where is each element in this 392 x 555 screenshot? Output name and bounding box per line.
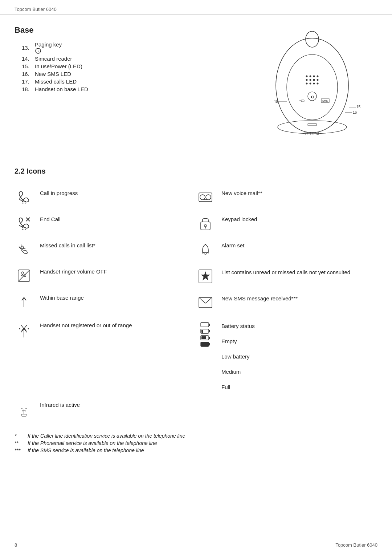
- svg-point-13: [306, 83, 308, 85]
- svg-point-40: [22, 227, 23, 228]
- battery-low-icon: [200, 329, 211, 334]
- right-col: New voice mail** Keypad locked: [196, 184, 377, 396]
- list-item: 18.Handset on base LED: [22, 86, 240, 92]
- svg-point-4: [287, 54, 338, 120]
- svg-line-49: [19, 271, 29, 281]
- svg-point-9: [306, 79, 308, 81]
- page-footer: 8 Topcom Butler 6040: [0, 542, 392, 548]
- svg-rect-79: [201, 330, 203, 333]
- svg-text:14: 14: [310, 132, 314, 136]
- list-item: 14.Simcard reader: [22, 56, 240, 62]
- svg-point-44: [24, 229, 24, 230]
- icon-row-out-of-range: Handset not registered or out of range: [15, 315, 196, 345]
- ringer-off-icon: [16, 268, 32, 284]
- top-section: Base 13. Paging key ♪ 14.Simcard reader …: [15, 25, 377, 153]
- missed-calls-label: Missed calls in call list*: [40, 242, 95, 249]
- keypad-locked-icon: [197, 215, 213, 231]
- svg-point-11: [313, 79, 315, 81]
- call-in-progress-icon: [16, 189, 32, 205]
- icon-row-battery: Battery status Empty Low battery Medium …: [196, 316, 377, 396]
- base-diagram: ●) 18 SMS 15 16 17 14: [247, 25, 377, 153]
- icon-row-voicemail: New voice mail**: [196, 184, 377, 210]
- svg-point-62: [206, 195, 211, 200]
- svg-point-6: [310, 76, 311, 77]
- svg-text:15: 15: [356, 105, 361, 109]
- base-diagram-svg: ●) 18 SMS 15 16 17 14: [254, 29, 370, 153]
- base-section: Base 13. Paging key ♪ 14.Simcard reader …: [15, 25, 240, 153]
- new-sms-label: New SMS message received***: [221, 295, 298, 302]
- call-in-progress-label: Call in progress: [40, 189, 78, 197]
- icon-row-call-in-progress: Call in progress: [15, 184, 196, 210]
- list-item: 15.In use/Power (LED): [22, 63, 240, 69]
- infrared-icon: [16, 401, 32, 417]
- svg-rect-76: [209, 324, 210, 326]
- svg-rect-82: [201, 336, 206, 339]
- svg-text:♪: ♪: [37, 49, 39, 53]
- svg-rect-32: [301, 100, 304, 102]
- svg-text:13: 13: [315, 132, 319, 136]
- icons-grid: Call in progress: [15, 184, 377, 396]
- battery-full-icon: [200, 342, 211, 347]
- icon-row-alarm: Alarm set: [196, 236, 377, 263]
- svg-point-7: [313, 76, 315, 77]
- svg-point-14: [310, 83, 311, 85]
- within-range-icon: [16, 294, 32, 310]
- svg-point-58: [19, 328, 20, 329]
- page-header: Topcom Butler 6040: [0, 0, 392, 15]
- svg-point-61: [200, 195, 205, 200]
- new-sms-icon: [197, 295, 213, 311]
- svg-point-15: [313, 83, 315, 85]
- svg-point-43: [22, 229, 23, 230]
- main-content: Base 13. Paging key ♪ 14.Simcard reader …: [0, 15, 392, 484]
- out-of-range-label: Handset not registered or out of range: [40, 320, 132, 329]
- svg-point-36: [25, 201, 26, 202]
- svg-rect-78: [209, 330, 210, 332]
- svg-rect-81: [209, 337, 210, 339]
- svg-rect-64: [201, 222, 210, 230]
- svg-text:16: 16: [353, 110, 357, 114]
- footnote-1: * If the Caller line identification serv…: [15, 433, 377, 439]
- base-list: 13. Paging key ♪ 14.Simcard reader 15.In…: [15, 41, 240, 92]
- voicemail-label: New voice mail**: [221, 189, 262, 197]
- end-call-label: End Call: [40, 215, 61, 223]
- list-item: 16.New SMS LED: [22, 71, 240, 77]
- footnote-2: ** If the Phonemail service is available…: [15, 440, 377, 446]
- svg-point-37: [22, 203, 23, 203]
- svg-point-12: [317, 79, 319, 81]
- svg-point-35: [24, 201, 24, 202]
- battery-label: Battery status Empty Low battery Medium …: [221, 321, 255, 391]
- svg-text:●): ●): [310, 95, 314, 99]
- keypad-locked-label: Keypad locked: [221, 215, 257, 223]
- paging-key-icon: ♪: [35, 48, 41, 54]
- alarm-label: Alarm set: [221, 242, 244, 249]
- svg-point-39: [25, 203, 26, 203]
- left-col: Call in progress: [15, 184, 196, 396]
- svg-point-5: [306, 76, 308, 77]
- battery-empty-icon: [200, 322, 211, 327]
- missed-calls-icon: [16, 242, 32, 258]
- list-item: 17.Missed calls LED: [22, 78, 240, 85]
- header-title: Topcom Butler 6040: [15, 7, 57, 12]
- svg-point-38: [24, 203, 24, 203]
- svg-point-45: [25, 229, 26, 230]
- battery-medium-icon: [200, 335, 211, 340]
- end-call-icon: [16, 215, 32, 231]
- svg-rect-75: [201, 323, 209, 327]
- svg-point-8: [317, 76, 319, 77]
- unread-calls-label: List contains unread or missed calls not…: [221, 268, 350, 276]
- icon-row-unread-calls: List contains unread or missed calls not…: [196, 263, 377, 289]
- infrared-label: Infrared is active: [40, 401, 80, 409]
- icon-row-keypad-locked: Keypad locked: [196, 210, 377, 236]
- page-number: 8: [15, 542, 17, 548]
- svg-point-59: [28, 328, 29, 329]
- ringer-off-label: Handset ringer volume OFF: [40, 268, 107, 275]
- icon-row-within-range: Within base range: [15, 289, 196, 315]
- svg-point-41: [24, 227, 24, 228]
- list-item: 13. Paging key ♪: [22, 41, 240, 54]
- svg-marker-71: [201, 271, 210, 280]
- svg-rect-84: [209, 343, 210, 345]
- svg-point-10: [310, 79, 311, 81]
- svg-rect-31: [308, 123, 317, 126]
- base-title: Base: [15, 25, 240, 35]
- icon-row-end-call: End Call: [15, 210, 196, 236]
